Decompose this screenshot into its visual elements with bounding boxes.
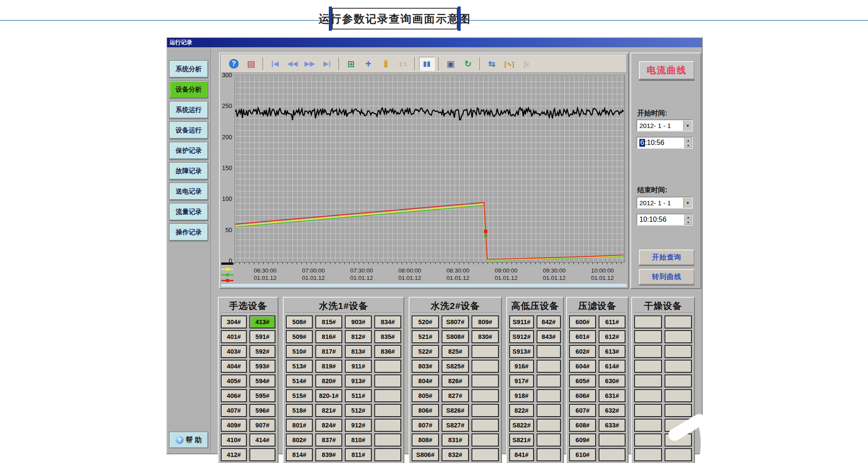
- device-button-empty[interactable]: [374, 448, 401, 461]
- device-button-508#[interactable]: 508#: [286, 315, 313, 328]
- start-time-spin-up-icon[interactable]: ▲: [685, 138, 692, 143]
- device-button-empty[interactable]: [249, 448, 275, 461]
- device-button-807#[interactable]: 807#: [412, 419, 439, 432]
- device-button-820#[interactable]: 820#: [315, 374, 342, 387]
- device-button-827#[interactable]: 827#: [442, 389, 469, 402]
- device-button-518#[interactable]: 518#: [286, 404, 313, 417]
- end-time-spin-down-icon[interactable]: ▼: [685, 220, 692, 225]
- sidebar-item-系统分析[interactable]: 系统分析: [169, 60, 208, 78]
- device-button-empty[interactable]: [665, 419, 692, 432]
- zoom-icon[interactable]: ⊞: [343, 57, 359, 71]
- device-button-empty[interactable]: [472, 345, 499, 358]
- function-icon[interactable]: ∫x: [519, 57, 534, 71]
- device-button-empty[interactable]: [634, 419, 662, 432]
- start-time-spin-down-icon[interactable]: ▼: [685, 143, 692, 148]
- device-button-591#[interactable]: 591#: [249, 330, 275, 343]
- device-button-802#[interactable]: 802#: [286, 433, 313, 447]
- device-button-empty[interactable]: [537, 389, 561, 402]
- device-button-813#[interactable]: 813#: [345, 345, 372, 358]
- device-button-614#[interactable]: 614#: [599, 360, 626, 373]
- device-button-empty[interactable]: [537, 345, 561, 358]
- device-button-empty[interactable]: [472, 419, 499, 432]
- device-button-803#[interactable]: 803#: [412, 360, 439, 373]
- sidebar-item-设备运行[interactable]: 设备运行: [169, 121, 208, 139]
- device-button-834#[interactable]: 834#: [374, 315, 401, 328]
- device-button-600#[interactable]: 600#: [569, 315, 596, 328]
- device-button-empty[interactable]: [665, 330, 692, 343]
- device-button-805#[interactable]: 805#: [412, 389, 439, 402]
- device-button-empty[interactable]: [634, 360, 662, 373]
- device-button-630#[interactable]: 630#: [599, 374, 626, 387]
- device-button-810#[interactable]: 810#: [345, 433, 372, 447]
- device-button-empty[interactable]: [665, 389, 692, 402]
- device-button-empty[interactable]: [634, 345, 662, 358]
- device-button-406#[interactable]: 406#: [221, 389, 247, 402]
- device-button-592#[interactable]: 592#: [249, 345, 275, 358]
- device-button-410#[interactable]: 410#: [221, 433, 247, 447]
- sidebar-item-设备分析[interactable]: 设备分析: [169, 81, 208, 98]
- device-button-empty[interactable]: [665, 345, 692, 358]
- device-button-610#[interactable]: 610#: [569, 448, 596, 461]
- pause-icon[interactable]: ▮▮: [419, 57, 435, 71]
- device-button-S911#[interactable]: S911#: [509, 315, 534, 328]
- device-button-631#[interactable]: 631#: [599, 389, 626, 402]
- device-button-empty[interactable]: [599, 433, 626, 447]
- device-button-empty[interactable]: [472, 404, 499, 417]
- device-button-911#[interactable]: 911#: [345, 360, 372, 373]
- device-button-839#[interactable]: 839#: [315, 448, 342, 461]
- chart-plot-area[interactable]: [235, 75, 625, 263]
- device-button-903#[interactable]: 903#: [345, 315, 372, 328]
- device-button-511#[interactable]: 511#: [345, 389, 372, 402]
- device-button-814#[interactable]: 814#: [286, 448, 313, 461]
- device-button-S826#[interactable]: S826#: [442, 404, 469, 417]
- device-button-304#[interactable]: 304#: [221, 315, 247, 328]
- device-button-414#[interactable]: 414#: [249, 433, 275, 447]
- device-button-S827#[interactable]: S827#: [442, 419, 469, 432]
- device-button-empty[interactable]: [634, 315, 662, 328]
- device-button-empty[interactable]: [374, 374, 401, 387]
- device-button-empty[interactable]: [472, 448, 499, 461]
- device-button-empty[interactable]: [374, 419, 401, 432]
- device-button-596#[interactable]: 596#: [249, 404, 275, 417]
- device-button-835#[interactable]: 835#: [374, 330, 401, 343]
- device-button-S821#[interactable]: S821#: [509, 433, 534, 447]
- device-button-842#[interactable]: 842#: [537, 315, 561, 328]
- device-button-609#[interactable]: 609#: [569, 433, 596, 447]
- one-to-one-icon[interactable]: 1:1: [395, 57, 411, 71]
- device-button-832#[interactable]: 832#: [442, 448, 469, 461]
- device-button-601#[interactable]: 601#: [569, 330, 596, 343]
- device-button-605#[interactable]: 605#: [569, 374, 596, 387]
- device-button-804#[interactable]: 804#: [412, 374, 439, 387]
- device-button-empty[interactable]: [634, 404, 662, 417]
- device-button-S912#[interactable]: S912#: [509, 330, 534, 343]
- device-button-empty[interactable]: [537, 448, 561, 461]
- device-button-606#[interactable]: 606#: [569, 389, 596, 402]
- device-button-809#[interactable]: 809#: [472, 315, 499, 328]
- curve-bracket-icon[interactable]: [∿]: [501, 57, 517, 71]
- device-button-819#[interactable]: 819#: [315, 360, 342, 373]
- device-button-595#[interactable]: 595#: [249, 389, 275, 402]
- window-titlebar[interactable]: 运行记录: [167, 38, 702, 47]
- device-button-empty[interactable]: [665, 404, 692, 417]
- sidebar-item-送电记录[interactable]: 送电记录: [169, 183, 208, 200]
- device-button-empty[interactable]: [537, 404, 561, 417]
- device-button-522#[interactable]: 522#: [412, 345, 439, 358]
- device-button-empty[interactable]: [634, 448, 662, 461]
- device-button-empty[interactable]: [634, 433, 662, 447]
- sidebar-item-故障记录[interactable]: 故障记录: [169, 162, 208, 180]
- device-button-515#[interactable]: 515#: [286, 389, 313, 402]
- device-button-912#[interactable]: 912#: [345, 419, 372, 432]
- start-time-selected-segment[interactable]: 6: [639, 139, 645, 147]
- device-button-815#[interactable]: 815#: [315, 315, 342, 328]
- device-button-412#[interactable]: 412#: [221, 448, 247, 461]
- device-button-811#[interactable]: 811#: [345, 448, 372, 461]
- go-first-icon[interactable]: |◀: [267, 57, 283, 71]
- device-button-801#[interactable]: 801#: [286, 419, 313, 432]
- device-button-empty[interactable]: [374, 404, 401, 417]
- device-button-empty[interactable]: [374, 360, 401, 373]
- device-button-513#[interactable]: 513#: [286, 360, 313, 373]
- device-button-824#[interactable]: 824#: [315, 419, 342, 432]
- device-button-806#[interactable]: 806#: [412, 404, 439, 417]
- device-button-405#[interactable]: 405#: [221, 374, 247, 387]
- device-button-empty[interactable]: [599, 448, 626, 461]
